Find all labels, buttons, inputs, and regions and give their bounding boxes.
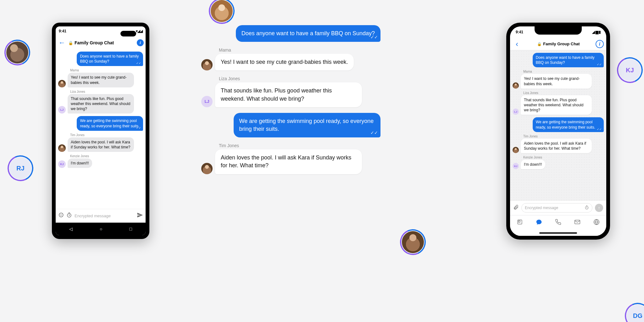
- floating-avatar-photo-2: [211, 0, 233, 22]
- message-row: Tim JonesAiden loves the pool. I will as…: [201, 143, 380, 174]
- message-row: We are getting the swimming pool ready, …: [201, 113, 380, 137]
- message-bubble[interactable]: We are getting the swimming pool ready, …: [533, 117, 604, 132]
- message-bubble[interactable]: Yes! I want to see my cute grand-babies …: [521, 74, 592, 88]
- status-time: 9:41: [516, 30, 523, 34]
- avatar: [513, 147, 519, 153]
- sender-name: Tim Jones: [523, 135, 592, 138]
- message-bubble[interactable]: Aiden loves the pool. I will ask Kara if…: [521, 139, 592, 153]
- svg-rect-3: [518, 221, 520, 222]
- message-input[interactable]: Encrypted message: [525, 206, 582, 210]
- avatar: LJ: [58, 106, 66, 114]
- message-bubble[interactable]: That sounds like fun. Plus good weather …: [521, 95, 592, 115]
- info-button[interactable]: i: [137, 39, 144, 46]
- message-row: Does anyone want to have a family BBQ on…: [513, 53, 604, 67]
- sender-name: Mama: [523, 70, 592, 73]
- message-row: Tim JonesAiden loves the pool. I will as…: [513, 135, 604, 153]
- floating-avatar-dg: DG: [627, 305, 644, 322]
- android-nav-recent[interactable]: □: [130, 226, 132, 231]
- avatar: LJ: [201, 96, 213, 107]
- status-signal-icon: ◢ ▆ ▮: [592, 30, 601, 34]
- read-ticks-icon: ✓✓: [597, 63, 602, 66]
- sender-name: Tim Jones: [70, 133, 134, 137]
- status-signal-icon: ▾◢◢: [136, 29, 142, 33]
- message-bubble[interactable]: I'm down!!!: [521, 160, 545, 169]
- tab-mail[interactable]: [574, 219, 580, 227]
- message-row: LJLiza JonesThat sounds like fun. Plus g…: [201, 76, 380, 107]
- message-bubble[interactable]: Yes! I want to see my cute grand-babies …: [215, 54, 354, 70]
- read-ticks-icon: ✓✓: [370, 34, 378, 41]
- message-bubble[interactable]: Aiden loves the pool. I will ask Kara if…: [68, 137, 134, 152]
- sender-name: Mama: [219, 47, 354, 53]
- ios-home-indicator[interactable]: [510, 230, 606, 236]
- message-bubble[interactable]: Does anyone want to have a family BBQ on…: [236, 25, 380, 42]
- android-chat-body: Does anyone want to have a family BBQ on…: [56, 50, 146, 209]
- android-nav-home[interactable]: ○: [100, 226, 102, 231]
- ios-chat-body: Does anyone want to have a family BBQ on…: [510, 50, 606, 200]
- back-button[interactable]: ‹: [513, 40, 521, 48]
- attachment-icon[interactable]: [513, 204, 519, 212]
- floating-avatar-rj: RJ: [9, 157, 31, 179]
- message-bubble[interactable]: Does anyone want to have a family BBQ on…: [533, 53, 604, 67]
- message-bubble[interactable]: That sounds like fun. Plus good weather …: [68, 94, 134, 114]
- android-nav-back[interactable]: ◁: [69, 226, 73, 231]
- send-button[interactable]: [137, 212, 143, 220]
- android-phone-frame: 9:41 ▾◢◢ ← 🔒 Family Group Chat i Does an…: [52, 23, 149, 239]
- avatar: LJ: [513, 108, 519, 115]
- tab-calls[interactable]: [555, 219, 561, 227]
- avatar: [58, 80, 66, 87]
- avatar: [201, 59, 213, 70]
- sender-name: Liza Jones: [70, 90, 134, 93]
- avatar: [58, 144, 66, 152]
- message-bubble[interactable]: I'm down!!!: [68, 158, 92, 168]
- avatar: [513, 82, 519, 89]
- avatar: KJ: [513, 163, 519, 169]
- lock-icon: 🔒: [68, 41, 73, 45]
- read-ticks-icon: ✓✓: [136, 61, 141, 65]
- message-row: Does anyone want to have a family BBQ on…: [201, 25, 380, 42]
- lock-icon: 🔒: [537, 42, 542, 46]
- message-row: Tim JonesAiden loves the pool. I will as…: [58, 133, 143, 152]
- ios-phone-frame: 9:41 ◢ ▆ ▮ ‹ 🔒 Family Group Chat i Does …: [506, 23, 610, 240]
- timer-icon[interactable]: [66, 212, 72, 219]
- message-row: MamaYes! I want to see my cute grand-bab…: [513, 70, 604, 88]
- message-bubble[interactable]: Aiden loves the pool. I will ask Kara if…: [215, 149, 362, 174]
- floating-avatar-kj: KJ: [619, 59, 641, 81]
- message-row: Does anyone want to have a family BBQ on…: [58, 52, 143, 66]
- sender-name: Tim Jones: [219, 143, 362, 148]
- back-button[interactable]: ←: [58, 39, 66, 47]
- tab-web[interactable]: [593, 219, 600, 227]
- sender-name: Kenzie Jones: [70, 154, 92, 158]
- sender-name: Kenzie Jones: [523, 156, 545, 159]
- read-ticks-icon: ✓✓: [370, 130, 378, 136]
- timer-icon[interactable]: [585, 205, 589, 211]
- floating-avatar-papa: [402, 231, 424, 253]
- tab-chats[interactable]: [536, 219, 542, 227]
- sender-name: Mama: [70, 69, 134, 72]
- message-bubble[interactable]: Yes! I want to see my cute grand-babies …: [68, 73, 134, 87]
- chat-title: 🔒 Family Group Chat: [68, 40, 135, 45]
- read-ticks-icon: ✓✓: [597, 127, 602, 131]
- message-row: We are getting the swimming pool ready, …: [58, 116, 143, 130]
- center-chat-preview: Does anyone want to have a family BBQ on…: [201, 25, 380, 180]
- message-row: KJKenzie JonesI'm down!!!: [58, 154, 143, 168]
- info-button[interactable]: i: [596, 40, 604, 48]
- avatar: [201, 163, 213, 174]
- tab-contacts[interactable]: [517, 219, 523, 227]
- message-bubble[interactable]: We are getting the swimming pool ready, …: [234, 113, 380, 137]
- message-input[interactable]: Encrypted message: [75, 214, 134, 218]
- status-time: 9:41: [59, 29, 66, 33]
- message-bubble[interactable]: We are getting the swimming pool ready, …: [77, 116, 143, 130]
- floating-avatar-photo-1: [6, 42, 28, 64]
- message-row: LJLiza JonesThat sounds like fun. Plus g…: [58, 90, 143, 114]
- message-bubble[interactable]: Does anyone want to have a family BBQ on…: [77, 52, 143, 66]
- chat-title: 🔒 Family Group Chat: [521, 42, 596, 46]
- sender-name: Liza Jones: [523, 91, 592, 95]
- message-row: KJKenzie JonesI'm down!!!: [513, 156, 604, 169]
- message-row: We are getting the swimming pool ready, …: [513, 117, 604, 132]
- message-row: LJLiza JonesThat sounds like fun. Plus g…: [513, 91, 604, 115]
- send-button[interactable]: ↑: [595, 204, 603, 212]
- attachment-icon[interactable]: [58, 212, 64, 219]
- avatar: KJ: [58, 160, 66, 168]
- message-row: MamaYes! I want to see my cute grand-bab…: [201, 47, 380, 70]
- message-bubble[interactable]: That sounds like fun. Plus good weather …: [215, 82, 362, 107]
